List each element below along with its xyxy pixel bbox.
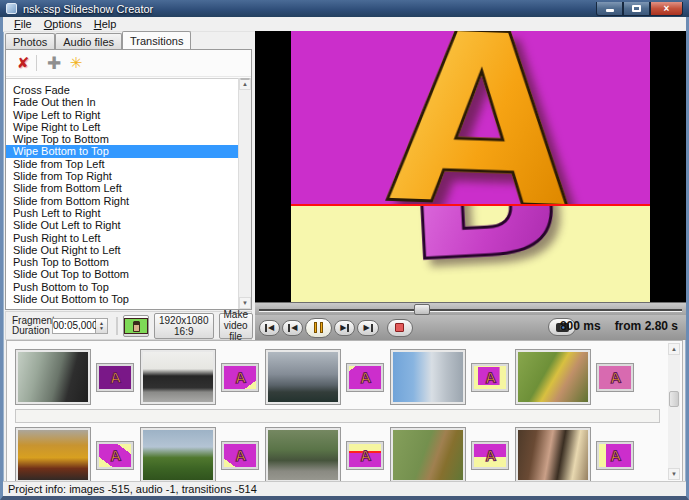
transition-option[interactable]: Slide Out Top to Bottom <box>6 268 238 280</box>
spin-down-icon[interactable]: ▼ <box>99 326 104 331</box>
timeline-scrollbar[interactable]: ▲ ▼ <box>668 343 680 480</box>
maximize-button[interactable] <box>623 2 650 16</box>
maximize-icon <box>632 5 641 12</box>
pause-icon <box>320 322 323 333</box>
transition-option[interactable]: Push Bottom to Top <box>6 281 238 293</box>
scrollbar-thumb[interactable] <box>240 78 250 80</box>
tab-audio-files[interactable]: Audio files <box>55 33 122 49</box>
transition-option[interactable]: Slide from Top Right <box>6 170 238 182</box>
timeline-photo-thumbnail[interactable] <box>515 427 591 483</box>
resolution-button[interactable]: 1920x1080 16:9 <box>154 313 214 339</box>
close-button[interactable]: × <box>650 2 683 16</box>
blank-box[interactable] <box>116 317 118 335</box>
transitions-toolbar: ✘ ✚ ✳ <box>6 50 251 77</box>
timeline-photo-thumbnail[interactable] <box>515 349 591 405</box>
timeline-divider-strip <box>15 409 660 423</box>
timeline-transition-thumbnail[interactable]: A <box>596 363 634 392</box>
timeline-transition-thumbnail[interactable]: A <box>96 441 134 470</box>
transition-option[interactable]: Slide from Bottom Right <box>6 195 238 207</box>
transition-letter: A <box>234 447 246 463</box>
transition-option[interactable]: Wipe Right to Left <box>6 121 238 133</box>
photo-preview-button[interactable] <box>123 315 149 337</box>
chroma-thumbnail <box>124 318 148 334</box>
timeline-photo-thumbnail[interactable] <box>140 349 216 405</box>
bar-icon <box>347 324 349 332</box>
letter-a-graphic: A <box>385 31 575 204</box>
transition-option[interactable]: Wipe Bottom to Top <box>6 145 238 157</box>
timeline-photo-thumbnail[interactable] <box>265 427 341 483</box>
timeline-transition-thumbnail[interactable]: A <box>96 363 134 392</box>
transition-option[interactable]: Wipe Left to Right <box>6 109 238 121</box>
stop-button[interactable] <box>387 319 413 337</box>
transition-option[interactable]: Push Left to Right <box>6 207 238 219</box>
transition-option[interactable]: Slide Out Bottom to Top <box>6 293 238 305</box>
timeline-transition-thumbnail[interactable]: A <box>221 363 259 392</box>
timeline-photo-thumbnail[interactable] <box>265 349 341 405</box>
fragment-controls: Fragment Duration 00:05,000 ▲▼ 1920x1080… <box>5 311 252 340</box>
timeline-row-2: AAAAA <box>15 427 660 483</box>
transition-option[interactable]: Slide Out Left to Right <box>6 219 238 231</box>
timeline-transition-thumbnail[interactable]: A <box>471 441 509 470</box>
pause-button[interactable] <box>305 318 332 338</box>
transition-option[interactable]: Wipe Top to Bottom <box>6 133 238 145</box>
transition-letter: A <box>109 447 121 463</box>
close-icon: × <box>664 4 670 13</box>
timeline-photo-thumbnail[interactable] <box>390 349 466 405</box>
add-icon[interactable]: ✚ <box>43 53 65 74</box>
transition-letter: A <box>359 369 371 385</box>
slider-handle[interactable] <box>414 304 430 315</box>
status-bar: Project info: images -515, audio -1, tra… <box>3 481 686 496</box>
transition-letter: A <box>359 447 371 463</box>
menu-bar: File Options Help <box>3 17 686 32</box>
timeline-transition-thumbnail[interactable]: A <box>596 441 634 470</box>
timeline: AAAAA AAAAA ▲ ▼ <box>6 340 683 483</box>
menu-options[interactable]: Options <box>38 18 88 30</box>
slider-track[interactable] <box>259 309 682 312</box>
transition-option[interactable]: Slide from Top Left <box>6 158 238 170</box>
transition-letter: A <box>484 447 496 463</box>
transitions-scrollbar[interactable]: ▲ ▼ <box>238 78 251 309</box>
playback-time: 800 msfrom 2.80 s <box>560 319 678 333</box>
tab-transitions[interactable]: Transitions <box>122 31 191 49</box>
minimize-button[interactable] <box>596 2 623 16</box>
timeline-photo-thumbnail[interactable] <box>140 427 216 483</box>
timeline-photo-thumbnail[interactable] <box>390 427 466 483</box>
timeline-transition-thumbnail[interactable]: A <box>221 441 259 470</box>
go-to-start-button[interactable]: ◀ <box>259 320 280 336</box>
scrollbar-thumb[interactable] <box>669 391 679 407</box>
timeline-photo-thumbnail[interactable] <box>15 349 91 405</box>
make-video-button[interactable]: Make video file <box>219 313 253 339</box>
seek-slider[interactable] <box>255 302 686 315</box>
menu-file[interactable]: File <box>8 18 38 30</box>
transport-bar: ◀ ◀ ▶ ▶ 800 msfrom 2.80 s <box>255 315 686 340</box>
scroll-down-icon[interactable]: ▼ <box>239 297 251 309</box>
scroll-up-icon[interactable]: ▲ <box>668 343 680 355</box>
duration-spinner[interactable]: ▲▼ <box>96 318 108 334</box>
transition-letter: A <box>109 369 121 385</box>
duration-input[interactable]: 00:05,000 <box>52 318 96 334</box>
previous-frame-button[interactable]: ◀ <box>282 320 303 336</box>
timeline-transition-thumbnail[interactable]: A <box>346 363 384 392</box>
scroll-down-icon[interactable]: ▼ <box>668 468 680 480</box>
transitions-pane: ✘ ✚ ✳ Cross FadeFade Out then InWipe Lef… <box>5 49 252 310</box>
transition-option[interactable]: Push Top to Bottom <box>6 256 238 268</box>
timeline-photo-thumbnail[interactable] <box>15 427 91 483</box>
timeline-transition-thumbnail[interactable]: A <box>471 363 509 392</box>
timeline-transition-thumbnail[interactable]: A <box>346 441 384 470</box>
next-frame-button[interactable]: ▶ <box>334 320 355 336</box>
transition-option[interactable]: Slide from Bottom Left <box>6 182 238 194</box>
transition-option[interactable]: Fade Out then In <box>6 96 238 108</box>
tab-photos[interactable]: Photos <box>5 33 55 49</box>
project-info: Project info: images -515, audio -1, tra… <box>8 483 257 495</box>
window-title: nsk.ssp Slideshow Creator <box>23 3 153 15</box>
go-to-end-button[interactable]: ▶ <box>357 320 378 336</box>
timeline-row-1: AAAAA <box>15 349 660 405</box>
transition-option[interactable]: Slide Out Right to Left <box>6 244 238 256</box>
transition-option[interactable]: Push Right to Left <box>6 232 238 244</box>
delete-icon[interactable]: ✘ <box>12 54 34 72</box>
effect-icon[interactable]: ✳ <box>65 54 87 72</box>
title-bar[interactable]: nsk.ssp Slideshow Creator × <box>0 0 689 17</box>
menu-help[interactable]: Help <box>88 18 123 30</box>
time-current: 800 ms <box>560 319 601 333</box>
transition-option[interactable]: Cross Fade <box>6 84 238 96</box>
